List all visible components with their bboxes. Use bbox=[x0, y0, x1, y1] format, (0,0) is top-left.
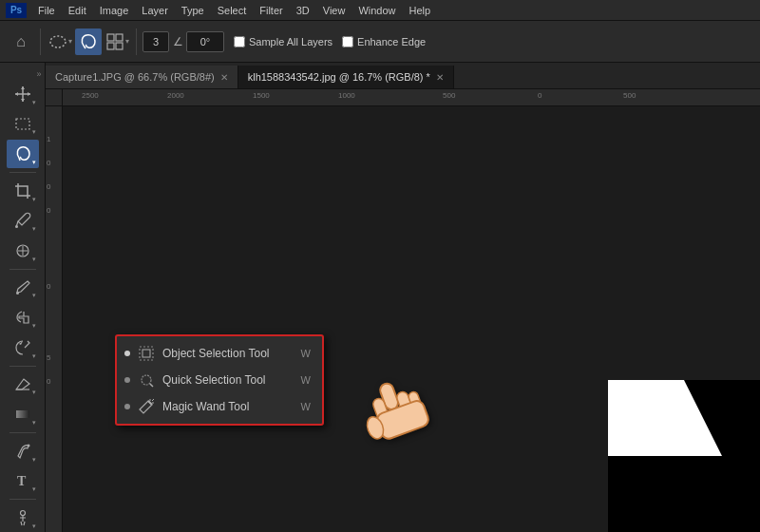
svg-rect-6 bbox=[16, 119, 29, 129]
svg-rect-4 bbox=[107, 43, 114, 49]
left-ruler-0c: 0 bbox=[47, 206, 50, 215]
top-ruler: 2500 2000 1500 1000 500 0 500 bbox=[63, 89, 760, 106]
ruler-tick-500b: 500 bbox=[623, 91, 636, 100]
ruler-tick-500: 500 bbox=[443, 91, 455, 100]
menu-view[interactable]: View bbox=[317, 3, 352, 18]
marquee-tool[interactable]: ▾ bbox=[7, 110, 39, 139]
enhance-edge-label[interactable]: Enhance Edge bbox=[357, 36, 426, 48]
svg-point-16 bbox=[27, 444, 29, 446]
ctx-shortcut-wand: W bbox=[301, 401, 311, 412]
gradient-tool[interactable]: ▾ bbox=[7, 400, 39, 428]
ruler-corner bbox=[46, 89, 63, 106]
svg-rect-3 bbox=[116, 34, 123, 41]
left-ruler-5: 5 bbox=[47, 353, 50, 362]
tab-capture1-label: Capture1.JPG @ 66.7% (RGB/8#) bbox=[55, 71, 215, 83]
menu-select[interactable]: Select bbox=[212, 3, 253, 18]
move-tool[interactable]: ▾ bbox=[7, 80, 39, 108]
menu-3d[interactable]: 3D bbox=[291, 3, 315, 18]
sep1 bbox=[40, 28, 41, 55]
tool-sep-5 bbox=[10, 499, 36, 500]
eyedropper-tool[interactable]: ▾ bbox=[7, 207, 39, 236]
menu-type[interactable]: Type bbox=[176, 3, 210, 18]
tool-sep-2 bbox=[10, 269, 36, 270]
ruler-tick-1500: 1500 bbox=[253, 91, 270, 100]
menu-edit[interactable]: Edit bbox=[63, 3, 92, 18]
ruler-tick-2000: 2000 bbox=[167, 91, 184, 100]
tool-sep-4 bbox=[10, 432, 36, 433]
options-toolbar: ⌂ ▾ ▾ bbox=[0, 21, 760, 63]
svg-rect-2 bbox=[107, 34, 114, 41]
sample-all-layers-checkbox[interactable] bbox=[234, 36, 245, 48]
tab-klh-close[interactable]: ✕ bbox=[436, 72, 444, 83]
sep2 bbox=[136, 28, 137, 55]
enhance-edge-group: Enhance Edge bbox=[342, 36, 426, 48]
ctx-menu-item-object-selection[interactable]: Object Selection Tool W bbox=[117, 340, 322, 367]
svg-line-22 bbox=[152, 399, 154, 401]
svg-point-9 bbox=[15, 225, 18, 228]
svg-line-1 bbox=[84, 46, 86, 48]
object-selection-icon bbox=[138, 345, 155, 362]
main-area: » ▾ ▾ ▾ bbox=[0, 63, 760, 532]
svg-rect-15 bbox=[16, 410, 29, 418]
tab-capture1-close[interactable]: ✕ bbox=[220, 72, 228, 83]
menu-file[interactable]: File bbox=[32, 3, 61, 18]
ruler-tick-0: 0 bbox=[538, 91, 542, 100]
menu-image[interactable]: Image bbox=[94, 3, 135, 18]
home-button[interactable]: ⌂ bbox=[8, 28, 34, 55]
ctx-dot-wand bbox=[124, 404, 130, 409]
clone-stamp-tool[interactable]: ▾ bbox=[7, 303, 39, 332]
tab-capture1[interactable]: Capture1.JPG @ 66.7% (RGB/8#) ✕ bbox=[46, 66, 238, 88]
ctx-dot-quick bbox=[124, 377, 130, 383]
menu-filter[interactable]: Filter bbox=[254, 3, 288, 18]
puppet-tool[interactable]: ▾ bbox=[7, 504, 39, 532]
svg-point-21 bbox=[142, 375, 151, 385]
lasso-tool[interactable]: ▾ bbox=[7, 140, 39, 168]
svg-rect-19 bbox=[140, 347, 153, 360]
context-menu: Object Selection Tool W Quick Selection bbox=[115, 334, 324, 426]
sample-all-layers-label[interactable]: Sample All Layers bbox=[249, 36, 332, 48]
ps-logo: Ps bbox=[6, 3, 27, 18]
menu-window[interactable]: Window bbox=[352, 3, 401, 18]
crop-tool[interactable]: ▾ bbox=[7, 177, 39, 205]
top-ruler-content: 2500 2000 1500 1000 500 0 500 bbox=[63, 89, 760, 105]
svg-point-13 bbox=[16, 292, 19, 294]
tab-klh-label: klh1588343542.jpg @ 16.7% (RGB/8) * bbox=[248, 71, 430, 83]
pen-tool[interactable]: ▾ bbox=[7, 437, 39, 466]
canvas-background[interactable]: Object Selection Tool W Quick Selection bbox=[63, 106, 760, 532]
ruler-tick-1000: 1000 bbox=[338, 91, 355, 100]
ctx-menu-item-quick-selection[interactable]: Quick Selection Tool W bbox=[117, 367, 322, 393]
brush-tool[interactable]: ▾ bbox=[7, 274, 39, 302]
svg-text:T: T bbox=[17, 474, 27, 488]
left-ruler: 1 0 0 0 0 5 0 bbox=[46, 106, 63, 532]
menu-layer[interactable]: Layer bbox=[136, 3, 174, 18]
left-ruler-1: 1 bbox=[47, 135, 50, 143]
menu-help[interactable]: Help bbox=[404, 3, 437, 18]
left-ruler-0a: 0 bbox=[47, 159, 50, 167]
history-brush-tool[interactable]: ▾ bbox=[7, 333, 39, 362]
marquee-tool-btn[interactable]: ▾ bbox=[47, 28, 73, 55]
ctx-shortcut-object: W bbox=[301, 348, 311, 359]
angle-input[interactable] bbox=[186, 31, 224, 52]
tab-bar: Capture1.JPG @ 66.7% (RGB/8#) ✕ klh15883… bbox=[46, 63, 760, 89]
ctx-menu-item-magic-wand[interactable]: Magic Wand Tool W bbox=[117, 393, 322, 420]
svg-rect-5 bbox=[116, 43, 123, 49]
eraser-tool[interactable]: ▾ bbox=[7, 370, 39, 399]
quick-selection-icon bbox=[138, 371, 155, 389]
wand-tool-btn[interactable]: ▾ bbox=[104, 28, 130, 55]
tab-klh[interactable]: klh1588343542.jpg @ 16.7% (RGB/8) * ✕ bbox=[238, 66, 454, 88]
menu-bar: Ps File Edit Image Layer Type Select Fil… bbox=[0, 0, 760, 21]
tool-sep-1 bbox=[10, 172, 36, 173]
content-area: Capture1.JPG @ 66.7% (RGB/8#) ✕ klh15883… bbox=[46, 63, 760, 532]
left-toolbar: » ▾ ▾ ▾ bbox=[0, 63, 46, 532]
left-ruler-0d: 0 bbox=[47, 282, 50, 291]
size-input[interactable] bbox=[142, 31, 169, 52]
healing-brush-tool[interactable]: ▾ bbox=[7, 237, 39, 265]
enhance-edge-checkbox[interactable] bbox=[342, 36, 353, 48]
selection-tools-group: ▾ ▾ bbox=[47, 28, 130, 55]
hand-cursor bbox=[357, 372, 433, 448]
svg-point-0 bbox=[50, 36, 66, 48]
sample-all-layers-group: Sample All Layers bbox=[234, 36, 332, 48]
left-ruler-0e: 0 bbox=[47, 377, 50, 386]
lasso-tool-btn[interactable] bbox=[75, 28, 102, 55]
text-tool[interactable]: T ▾ bbox=[7, 467, 39, 496]
